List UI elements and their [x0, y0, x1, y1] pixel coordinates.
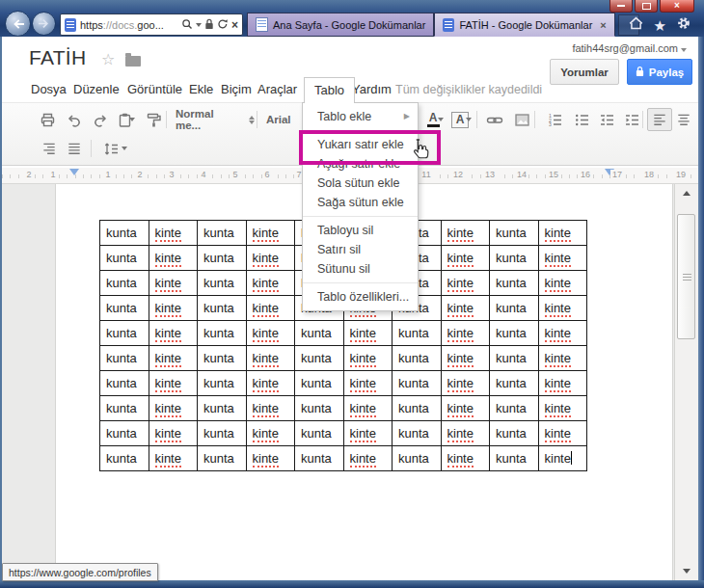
- menubar-item-ekle[interactable]: Ekle: [189, 77, 213, 102]
- menubar-item-görüntüle[interactable]: Görüntüle: [127, 77, 182, 102]
- table-cell[interactable]: kunta: [490, 296, 539, 321]
- minimize-icon[interactable]: [609, 0, 633, 13]
- table-cell[interactable]: kunta: [100, 421, 149, 446]
- table-cell[interactable]: kinte: [344, 421, 393, 446]
- table-cell[interactable]: kunta: [295, 371, 344, 396]
- print-icon[interactable]: [35, 108, 60, 131]
- table-cell[interactable]: kinte: [442, 296, 491, 321]
- table-cell[interactable]: kinte: [442, 346, 491, 371]
- home-icon[interactable]: [629, 16, 643, 34]
- tools-gear-icon[interactable]: [677, 16, 690, 34]
- table-cell[interactable]: kinte: [442, 371, 491, 396]
- table-cell[interactable]: kunta: [100, 371, 149, 396]
- table-cell[interactable]: kunta: [490, 321, 539, 346]
- link-icon[interactable]: [482, 108, 507, 131]
- numbered-list-icon[interactable]: 123: [542, 108, 567, 131]
- menubar-item-dosya[interactable]: Dosya: [31, 77, 67, 102]
- table-cell[interactable]: kunta: [393, 446, 442, 471]
- redo-icon[interactable]: [87, 108, 112, 131]
- table-cell[interactable]: kinte: [247, 321, 296, 346]
- table-cell[interactable]: kinte: [539, 296, 588, 321]
- table-cell[interactable]: kunta: [393, 371, 442, 396]
- table-cell[interactable]: kinte: [247, 346, 296, 371]
- table-cell[interactable]: kunta: [100, 321, 149, 346]
- browser-tab[interactable]: Ana Sayfa - Google Dokümanlar: [247, 13, 434, 37]
- table-cell[interactable]: kinte: [442, 271, 491, 296]
- table-cell[interactable]: kinte: [442, 246, 491, 271]
- align-right-icon[interactable]: [37, 137, 62, 160]
- table-cell[interactable]: kunta: [198, 246, 247, 271]
- table-cell[interactable]: kunta: [490, 421, 539, 446]
- left-margin-marker[interactable]: [69, 169, 79, 175]
- table-cell[interactable]: kinte: [539, 396, 588, 421]
- account-email[interactable]: fatih44srg@gmail.com: [572, 42, 687, 54]
- menubar-item-biçim[interactable]: Biçim: [221, 77, 252, 102]
- table-cell[interactable]: kunta: [198, 421, 247, 446]
- outdent-icon[interactable]: [594, 108, 619, 131]
- paint-format-icon[interactable]: [141, 108, 166, 131]
- scroll-down-icon[interactable]: [676, 563, 697, 579]
- align-left-icon[interactable]: [647, 108, 672, 131]
- table-cell[interactable]: kinte: [442, 446, 491, 471]
- indent-icon[interactable]: [619, 108, 644, 131]
- menu-item-5[interactable]: Sağa sütun ekle: [303, 193, 418, 212]
- table-cell[interactable]: kunta: [198, 221, 247, 246]
- table-cell[interactable]: kunta: [490, 446, 539, 471]
- scroll-up-icon[interactable]: [676, 185, 697, 201]
- highlight-dropdown-icon[interactable]: [466, 118, 472, 121]
- table-cell[interactable]: kinte: [149, 371, 199, 396]
- table-cell[interactable]: kinte: [149, 346, 199, 371]
- table-cell[interactable]: kinte: [539, 321, 588, 346]
- table-cell[interactable]: kinte: [247, 296, 296, 321]
- maximize-icon[interactable]: [635, 0, 658, 13]
- search-dropdown-icon[interactable]: [196, 23, 202, 27]
- table-cell[interactable]: kinte: [539, 371, 588, 396]
- table-cell[interactable]: kinte: [344, 396, 393, 421]
- vertical-scrollbar[interactable]: [674, 184, 698, 580]
- address-bar[interactable]: https://docs.goo... ×: [60, 13, 243, 36]
- style-dropdown[interactable]: Normal me...: [176, 108, 255, 131]
- table-cell[interactable]: kinte: [247, 446, 296, 471]
- table-cell[interactable]: kunta: [198, 271, 247, 296]
- scrollbar-thumb[interactable]: [677, 214, 695, 339]
- table-cell[interactable]: kunta: [490, 246, 539, 271]
- star-outline-icon[interactable]: ☆: [101, 50, 115, 68]
- favorites-star-icon[interactable]: ★: [654, 18, 666, 33]
- table-cell[interactable]: kunta: [100, 446, 149, 471]
- table-cell[interactable]: kunta: [198, 396, 247, 421]
- table-cell[interactable]: kunta: [295, 321, 344, 346]
- paste-dropdown-icon[interactable]: [129, 118, 135, 121]
- bullet-list-icon[interactable]: [569, 108, 594, 131]
- table-cell[interactable]: kinte: [442, 421, 491, 446]
- table-cell[interactable]: kunta: [198, 371, 247, 396]
- close-icon[interactable]: ×: [660, 0, 694, 13]
- table-cell[interactable]: kinte: [247, 371, 296, 396]
- url-text[interactable]: https://docs.goo...: [80, 19, 177, 31]
- table-cell[interactable]: kinte: [149, 246, 199, 271]
- menu-item-0[interactable]: Tablo ekle▶: [303, 107, 418, 126]
- table-cell[interactable]: kunta: [100, 396, 149, 421]
- menubar-item-düzenle[interactable]: Düzenle: [73, 77, 120, 102]
- table-cell[interactable]: kinte: [247, 271, 296, 296]
- menu-item-4[interactable]: Sola sütun ekle: [303, 174, 418, 193]
- table-cell[interactable]: kunta: [490, 271, 539, 296]
- forward-icon[interactable]: [32, 12, 56, 36]
- table-cell[interactable]: kinte: [344, 321, 393, 346]
- table-cell[interactable]: kunta: [100, 346, 149, 371]
- menubar-item-yardım[interactable]: Yardım: [352, 77, 392, 102]
- table-cell[interactable]: kinte: [149, 296, 199, 321]
- table-cell[interactable]: kunta: [490, 346, 539, 371]
- table-cell[interactable]: kunta: [100, 221, 149, 246]
- table-cell[interactable]: kinte: [539, 271, 588, 296]
- table-cell[interactable]: kunta: [295, 446, 344, 471]
- line-spacing-dropdown-icon[interactable]: [122, 147, 127, 150]
- table-cell[interactable]: kunta: [100, 271, 149, 296]
- table-cell[interactable]: kinte: [539, 221, 588, 246]
- table-cell[interactable]: kunta: [100, 246, 149, 271]
- table-cell[interactable]: kinte: [539, 346, 588, 371]
- menu-item-7[interactable]: Tabloyu sil: [303, 221, 418, 240]
- table-cell[interactable]: kinte: [247, 221, 296, 246]
- document-title[interactable]: FATİH: [29, 46, 86, 69]
- refresh-icon[interactable]: [217, 16, 229, 34]
- table-cell[interactable]: kunta: [198, 321, 247, 346]
